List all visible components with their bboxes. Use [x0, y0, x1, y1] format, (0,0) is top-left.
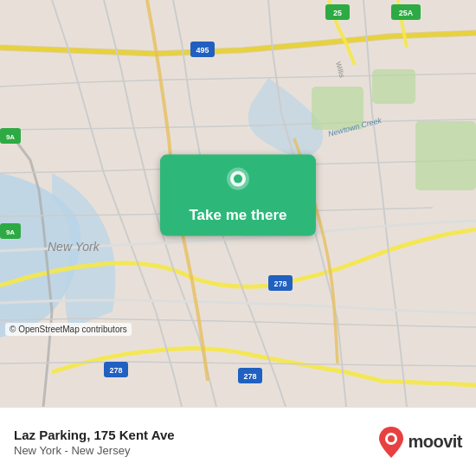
map-view: 495 278 278 278 25 25A 9A 9A New York Ne…: [0, 0, 476, 407]
svg-point-27: [388, 435, 395, 442]
location-subtext: New York - New Jersey: [14, 444, 378, 457]
take-me-there-label: Take me there: [189, 207, 286, 224]
moovit-logo: moovit: [378, 427, 462, 458]
location-name: Laz Parking, 175 Kent Ave: [14, 428, 378, 442]
svg-text:278: 278: [243, 372, 256, 381]
svg-text:278: 278: [273, 280, 286, 288]
location-info: Laz Parking, 175 Kent Ave New York - New…: [14, 428, 378, 457]
moovit-brand-name: moovit: [408, 432, 462, 452]
svg-text:9A: 9A: [6, 228, 15, 236]
svg-rect-3: [415, 121, 476, 190]
svg-text:25: 25: [333, 9, 342, 17]
svg-text:New York: New York: [48, 240, 100, 254]
map-attribution: © OpenStreetMap contributors: [5, 323, 132, 336]
svg-text:278: 278: [109, 366, 122, 375]
bottom-bar: Laz Parking, 175 Kent Ave New York - New…: [0, 407, 476, 476]
svg-text:495: 495: [196, 46, 209, 55]
location-pin-icon: [224, 167, 252, 200]
svg-rect-2: [372, 69, 415, 104]
take-me-there-button[interactable]: Take me there: [160, 155, 316, 236]
svg-text:9A: 9A: [6, 133, 15, 141]
attribution-text: © OpenStreetMap contributors: [10, 325, 127, 334]
moovit-pin-icon: [378, 427, 404, 458]
svg-text:25A: 25A: [399, 9, 414, 17]
